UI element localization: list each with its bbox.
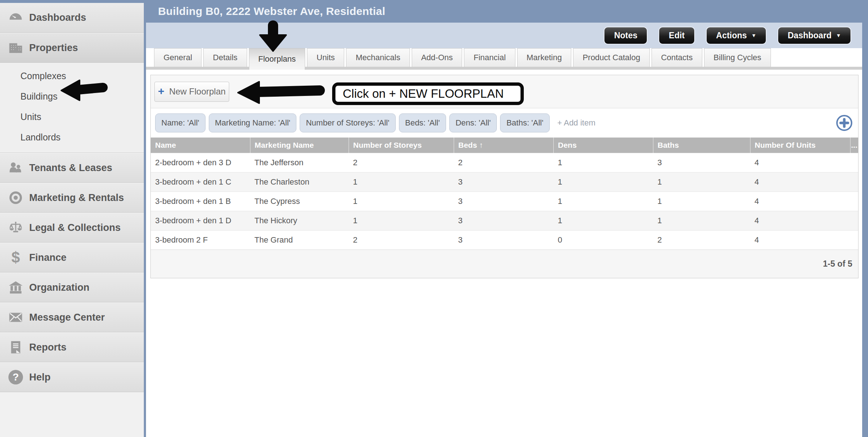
title-bar: Building B0, 2222 Webster Ave, Residenti… xyxy=(146,0,862,23)
table-row[interactable]: 3-bedroom + den 1 DThe Hickory13114 xyxy=(151,211,858,230)
sidebar-subitem-complexes[interactable]: Complexes xyxy=(0,66,144,86)
sidebar-item-help[interactable]: ? Help xyxy=(0,362,144,392)
table-cell: 3 xyxy=(454,211,553,230)
notes-button[interactable]: Notes xyxy=(604,27,647,44)
table-cell: 1 xyxy=(653,172,750,192)
table-row[interactable]: 2-bedroom + den 3 DThe Jefferson22134 xyxy=(151,153,858,172)
app-page: Dashboards Properties Complexes Building… xyxy=(0,0,868,437)
table-cell: 3 xyxy=(454,192,553,211)
tab-marketing[interactable]: Marketing xyxy=(517,48,572,67)
column-header-dens[interactable]: Dens xyxy=(553,138,653,153)
tab-contacts[interactable]: Contacts xyxy=(652,48,702,67)
tab-details[interactable]: Details xyxy=(203,48,247,67)
sidebar-item-legal-collections[interactable]: Legal & Collections xyxy=(0,213,144,243)
table-row[interactable]: 3-bedroom + den 1 BThe Cypress13114 xyxy=(151,192,858,211)
annotation-note-box: Click on + NEW FLOORPLAN xyxy=(332,82,524,105)
chevron-down-icon: ▼ xyxy=(751,32,756,38)
table-cell: The Hickory xyxy=(250,211,349,230)
table-cell xyxy=(850,192,858,211)
table-cell: The Cypress xyxy=(250,192,349,211)
dashboard-button[interactable]: Dashboard▼ xyxy=(778,27,850,44)
tab-billing-cycles[interactable]: Billing Cycles xyxy=(704,48,771,67)
sidebar-subitem-landlords[interactable]: Landlords xyxy=(0,127,144,147)
tab-product-catalog[interactable]: Product Catalog xyxy=(573,48,650,67)
tab-bar: General Details Floorplans Units Mechani… xyxy=(146,48,862,67)
table-cell xyxy=(850,211,858,230)
tab-general[interactable]: General xyxy=(154,48,201,67)
filter-chip-number-of-storeys[interactable]: Number of Storeys: 'All' xyxy=(300,113,395,132)
table-row[interactable]: 3-bedroom + den 1 CThe Charleston13114 xyxy=(151,172,858,192)
sidebar-item-tenants-leases[interactable]: Tenants & Leases xyxy=(0,153,144,183)
new-floorplan-button[interactable]: + New Floorplan xyxy=(154,82,229,102)
sidebar-subitem-units[interactable]: Units xyxy=(0,107,144,127)
sidebar-item-dashboards[interactable]: Dashboards xyxy=(0,3,144,33)
table-cell xyxy=(850,153,858,172)
sidebar-item-reports[interactable]: Reports xyxy=(0,332,144,362)
column-header-number-of-units[interactable]: Number Of Units xyxy=(750,138,850,153)
people-icon xyxy=(7,159,24,176)
plus-icon: + xyxy=(158,86,165,97)
tab-floorplans[interactable]: Floorplans xyxy=(249,48,306,70)
tab-financial[interactable]: Financial xyxy=(464,48,515,67)
tab-mechanicals[interactable]: Mechanicals xyxy=(346,48,410,67)
chevron-down-icon: ▼ xyxy=(836,32,841,38)
table-cell: 1 xyxy=(349,172,454,192)
sort-ascending-icon: ↑ xyxy=(479,141,483,149)
sidebar-item-label: Legal & Collections xyxy=(29,222,121,233)
edit-button[interactable]: Edit xyxy=(659,27,694,44)
column-header-beds[interactable]: Beds↑ xyxy=(454,138,553,153)
table-cell: 2 xyxy=(653,230,750,250)
table-cell: 1 xyxy=(553,153,653,172)
table-cell: 3-bedroom 2 F xyxy=(151,230,250,250)
action-button-bar: Notes Edit Actions▼ Dashboard▼ xyxy=(146,23,862,48)
column-header-name[interactable]: Name xyxy=(151,138,250,153)
properties-sub-list: Complexes Buildings Units Landlords xyxy=(0,63,144,153)
floorplans-table-body: 2-bedroom + den 3 DThe Jefferson221343-b… xyxy=(151,153,858,250)
table-row[interactable]: 3-bedroom 2 FThe Grand23024 xyxy=(151,230,858,250)
sidebar-subitem-buildings[interactable]: Buildings xyxy=(0,86,144,107)
table-cell: 2 xyxy=(349,230,454,250)
table-cell: 4 xyxy=(750,172,850,192)
column-header-baths[interactable]: Baths xyxy=(653,138,750,153)
sidebar-item-finance[interactable]: $ Finance xyxy=(0,243,144,272)
add-circle-icon[interactable] xyxy=(836,114,853,132)
column-header-number-of-storeys[interactable]: Number of Storeys xyxy=(349,138,454,153)
tab-add-ons[interactable]: Add-Ons xyxy=(412,48,462,67)
sidebar-item-properties[interactable]: Properties xyxy=(0,33,144,63)
dollar-icon: $ xyxy=(7,249,24,266)
sidebar-item-label: Help xyxy=(29,372,51,383)
table-cell: 4 xyxy=(750,230,850,250)
table-cell: 1 xyxy=(553,211,653,230)
floorplans-panel: + New Floorplan Name: 'All' Marketing Na… xyxy=(150,75,859,278)
filter-chip-beds[interactable]: Beds: 'All' xyxy=(399,113,446,132)
table-cell: 4 xyxy=(750,211,850,230)
filter-row: Name: 'All' Marketing Name: 'All' Number… xyxy=(151,108,858,138)
table-cell: 4 xyxy=(750,153,850,172)
tab-units[interactable]: Units xyxy=(307,48,344,67)
sidebar-item-label: Finance xyxy=(29,252,66,263)
buildings-icon xyxy=(7,39,24,56)
table-cell: 3-bedroom + den 1 C xyxy=(151,172,250,192)
filter-chip-dens[interactable]: Dens: 'All' xyxy=(449,113,497,132)
sidebar-item-marketing-rentals[interactable]: Marketing & Rentals xyxy=(0,183,144,213)
table-cell: 3-bedroom + den 1 B xyxy=(151,192,250,211)
sidebar-item-message-center[interactable]: Message Center xyxy=(0,302,144,332)
question-icon: ? xyxy=(7,369,24,386)
filter-chip-name[interactable]: Name: 'All' xyxy=(155,113,206,132)
sidebar-item-label: Tenants & Leases xyxy=(29,162,112,174)
sidebar-item-organization[interactable]: Organization xyxy=(0,272,144,302)
table-cell: 1 xyxy=(653,211,750,230)
table-cell: 1 xyxy=(553,172,653,192)
gauge-icon xyxy=(7,9,24,26)
add-filter-item[interactable]: + Add item xyxy=(557,118,596,128)
column-options-button[interactable]: ... xyxy=(850,138,858,153)
table-cell: 2-bedroom + den 3 D xyxy=(151,153,250,172)
column-header-marketing-name[interactable]: Marketing Name xyxy=(250,138,349,153)
actions-button[interactable]: Actions▼ xyxy=(707,27,766,44)
filter-chip-baths[interactable]: Baths: 'All' xyxy=(500,113,549,132)
filter-chip-marketing-name[interactable]: Marketing Name: 'All' xyxy=(209,113,296,132)
table-cell: 1 xyxy=(349,211,454,230)
table-cell: 1 xyxy=(349,192,454,211)
table-cell: 1 xyxy=(553,192,653,211)
sidebar-item-label: Message Center xyxy=(29,312,105,323)
